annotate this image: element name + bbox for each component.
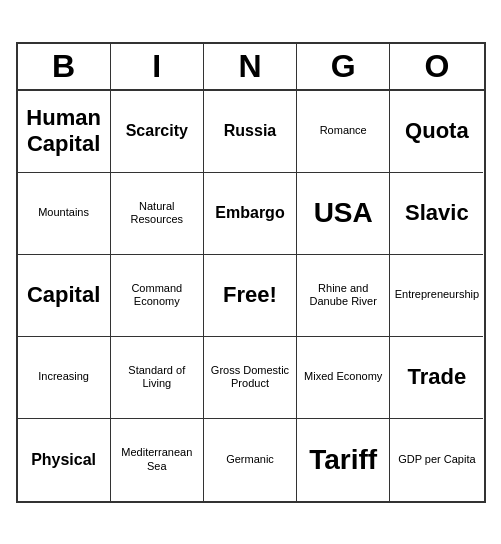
cell-text: Human Capital (22, 105, 106, 158)
header-letter: N (204, 44, 297, 89)
cell-text: Capital (27, 282, 100, 308)
cell-text: Quota (405, 118, 469, 144)
bingo-cell: USA (297, 173, 390, 255)
cell-text: Tariff (309, 443, 377, 477)
bingo-cell: Mediterranean Sea (111, 419, 204, 501)
cell-text: Embargo (215, 203, 284, 222)
bingo-cell: Human Capital (18, 91, 111, 173)
bingo-card: BINGO Human CapitalScarcityRussiaRomance… (16, 42, 486, 503)
header-letter: I (111, 44, 204, 89)
bingo-cell: Rhine and Danube River (297, 255, 390, 337)
header-letter: G (297, 44, 390, 89)
bingo-cell: Tariff (297, 419, 390, 501)
cell-text: Command Economy (115, 282, 199, 308)
bingo-cell: Trade (390, 337, 483, 419)
cell-text: Free! (223, 282, 277, 308)
cell-text: Gross Domestic Product (208, 364, 292, 390)
bingo-cell: Mountains (18, 173, 111, 255)
bingo-cell: Physical (18, 419, 111, 501)
bingo-cell: Free! (204, 255, 297, 337)
cell-text: Mountains (38, 206, 89, 219)
cell-text: USA (314, 196, 373, 230)
cell-text: Physical (31, 450, 96, 469)
bingo-cell: Entrepreneurship (390, 255, 483, 337)
cell-text: Rhine and Danube River (301, 282, 385, 308)
bingo-cell: Quota (390, 91, 483, 173)
bingo-cell: GDP per Capita (390, 419, 483, 501)
bingo-cell: Scarcity (111, 91, 204, 173)
cell-text: Mediterranean Sea (115, 446, 199, 472)
bingo-cell: Standard of Living (111, 337, 204, 419)
cell-text: Trade (408, 364, 467, 390)
bingo-cell: Natural Resources (111, 173, 204, 255)
cell-text: Germanic (226, 453, 274, 466)
cell-text: Natural Resources (115, 200, 199, 226)
bingo-cell: Gross Domestic Product (204, 337, 297, 419)
cell-text: Increasing (38, 370, 89, 383)
bingo-cell: Increasing (18, 337, 111, 419)
bingo-cell: Embargo (204, 173, 297, 255)
bingo-grid: Human CapitalScarcityRussiaRomanceQuotaM… (18, 91, 484, 501)
cell-text: Slavic (405, 200, 469, 226)
cell-text: Mixed Economy (304, 370, 382, 383)
bingo-cell: Capital (18, 255, 111, 337)
cell-text: Standard of Living (115, 364, 199, 390)
bingo-cell: Russia (204, 91, 297, 173)
cell-text: Romance (320, 124, 367, 137)
cell-text: GDP per Capita (398, 453, 475, 466)
bingo-header: BINGO (18, 44, 484, 91)
cell-text: Russia (224, 121, 276, 140)
bingo-cell: Slavic (390, 173, 483, 255)
header-letter: O (390, 44, 483, 89)
bingo-cell: Command Economy (111, 255, 204, 337)
bingo-cell: Germanic (204, 419, 297, 501)
bingo-cell: Mixed Economy (297, 337, 390, 419)
cell-text: Scarcity (126, 121, 188, 140)
bingo-cell: Romance (297, 91, 390, 173)
cell-text: Entrepreneurship (395, 288, 479, 301)
header-letter: B (18, 44, 111, 89)
